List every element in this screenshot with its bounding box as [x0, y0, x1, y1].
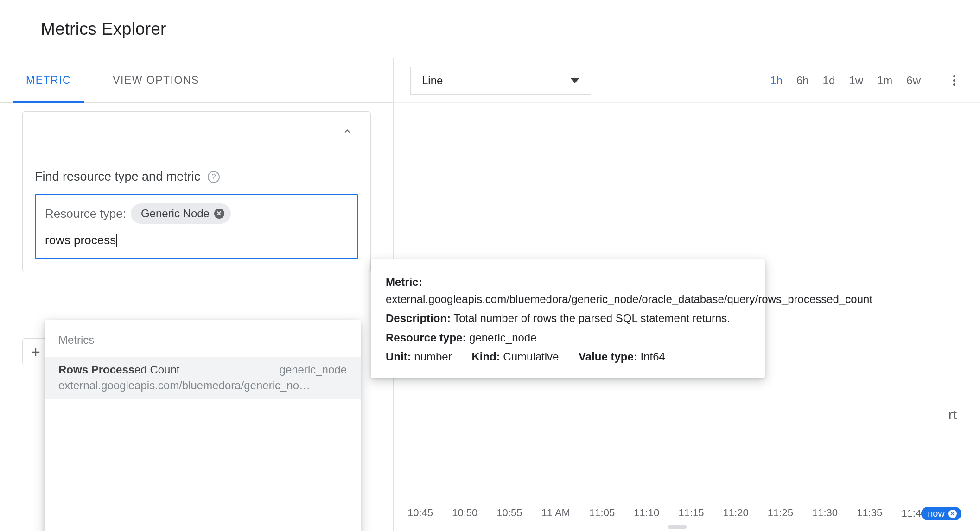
time-range-6h[interactable]: 6h	[796, 74, 809, 87]
time-tick: 11:30	[812, 507, 838, 520]
time-range-1w[interactable]: 1w	[849, 74, 863, 87]
tt-metric-value: external.googleapis.com/bluemedora/gener…	[386, 293, 872, 305]
tt-value-type-label: Value type:	[579, 350, 637, 363]
card-collapse-row[interactable]	[23, 112, 370, 151]
config-tabs: METRIC VIEW OPTIONS	[0, 58, 393, 103]
tab-view-options[interactable]: VIEW OPTIONS	[113, 58, 199, 102]
dropdown-arrow-icon	[570, 78, 579, 83]
time-tick: 11:20	[723, 507, 749, 520]
autocomplete-item-match: Rows Process	[58, 363, 134, 376]
page-title: Metrics Explorer	[41, 19, 166, 39]
panel-drag-handle-icon[interactable]	[668, 525, 687, 529]
now-pill-close-icon[interactable]: ✕	[948, 510, 957, 518]
time-axis: 10:45 10:50 10:55 11 AM 11:05 11:10 11:1…	[407, 507, 961, 520]
time-tick: 11:05	[589, 507, 615, 520]
autocomplete-section-header: Metrics	[45, 320, 361, 357]
metric-autocomplete-dropdown: Metrics Rows Processed Count generic_nod…	[45, 320, 361, 531]
time-range-picker: 1h 6h 1d 1w 1m 6w	[770, 74, 960, 87]
left-panel: METRIC VIEW OPTIONS Find resource type a…	[0, 58, 393, 531]
time-tick: 11:35	[857, 507, 882, 520]
metric-tooltip: Metric: external.googleapis.com/bluemedo…	[371, 259, 765, 378]
time-range-1m[interactable]: 1m	[877, 74, 892, 87]
tt-unit-label: Unit:	[386, 350, 411, 363]
metric-config-card: Find resource type and metric ? Resource…	[22, 111, 371, 272]
chart-type-select[interactable]: Line	[410, 67, 591, 95]
chart-partial-label: rt	[948, 407, 957, 423]
time-tick: 10:55	[496, 507, 522, 520]
tt-kind-label: Kind:	[471, 350, 500, 363]
chart-type-value: Line	[422, 74, 443, 87]
tt-resource-type-value: generic_node	[469, 331, 536, 344]
help-icon[interactable]: ?	[208, 171, 220, 183]
time-range-1d[interactable]: 1d	[823, 74, 835, 87]
time-tick-last: 11:4now✕	[901, 507, 961, 520]
find-metric-label: Find resource type and metric	[35, 170, 200, 184]
app-header: Metrics Explorer	[0, 0, 980, 58]
resource-type-chip[interactable]: Generic Node ✕	[131, 203, 231, 224]
tt-description-label: Description:	[386, 312, 451, 324]
tab-metric[interactable]: METRIC	[26, 58, 71, 102]
metric-search-input[interactable]: rows process	[45, 233, 117, 247]
tt-kind-value: Cumulative	[503, 350, 559, 363]
time-range-6w[interactable]: 6w	[906, 74, 921, 87]
metric-input-box[interactable]: Resource type: Generic Node ✕ rows proce…	[35, 194, 358, 259]
chevron-up-icon	[343, 126, 352, 136]
tt-metric-label: Metric:	[386, 276, 422, 288]
tt-unit-value: number	[414, 350, 452, 363]
time-tick: 10:50	[452, 507, 477, 520]
time-range-1h[interactable]: 1h	[770, 74, 783, 87]
resource-type-label: Resource type:	[45, 207, 126, 221]
time-tick: 11:25	[768, 507, 793, 520]
autocomplete-item-rest: ed Count	[134, 363, 179, 376]
chip-remove-icon[interactable]: ✕	[214, 209, 224, 219]
time-tick: 11:15	[678, 507, 704, 520]
autocomplete-item-type: generic_node	[280, 363, 347, 376]
now-pill[interactable]: now✕	[921, 507, 961, 520]
more-options-icon[interactable]	[948, 75, 960, 86]
autocomplete-item[interactable]: Rows Processed Count generic_node extern…	[45, 357, 361, 399]
time-tick: 11 AM	[541, 507, 570, 520]
tt-description-value: Total number of rows the parsed SQL stat…	[453, 312, 730, 324]
tt-resource-type-label: Resource type:	[386, 331, 466, 344]
chart-header-row: Line 1h 6h 1d 1w 1m 6w	[394, 58, 980, 103]
time-tick: 10:45	[407, 507, 433, 520]
autocomplete-item-subtitle: external.googleapis.com/bluemedora/gener…	[58, 379, 347, 392]
tt-value-type-value: Int64	[640, 350, 665, 363]
time-tick: 11:10	[634, 507, 659, 520]
chip-text: Generic Node	[141, 207, 210, 220]
